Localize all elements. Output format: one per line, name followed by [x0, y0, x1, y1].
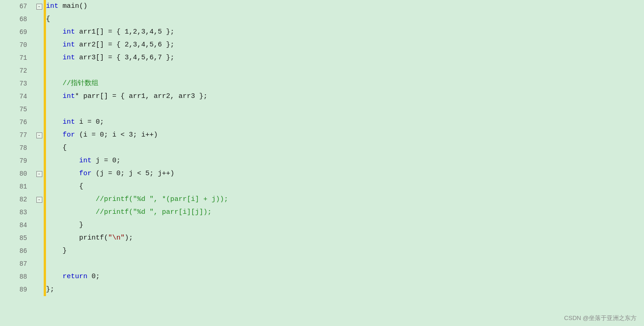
yellow-bar — [44, 26, 46, 39]
code-line: 77-for (i = 0; i < 3; i++) — [0, 129, 644, 142]
code-text: }; — [46, 283, 644, 296]
code-text: int arr3[] = { 3,4,5,6,7 }; — [63, 51, 644, 64]
code-line: 73//指针数组 — [0, 77, 644, 90]
line-number: 79 — [0, 154, 34, 167]
code-text: int arr2[] = { 2,3,4,5,6 }; — [63, 39, 644, 51]
line-number: 87 — [0, 257, 34, 270]
code-text: int i = 0; — [63, 116, 644, 129]
code-line: 85printf("\n"); — [0, 232, 644, 245]
watermark: CSDN @坐落于亚洲之东方 — [564, 314, 637, 322]
line-number: 80 — [0, 167, 34, 180]
code-line: 80-for (j = 0; j < 5; j++) — [0, 167, 644, 180]
code-line: 69int arr1[] = { 1,2,3,4,5 }; — [0, 26, 644, 39]
line-number: 71 — [0, 51, 34, 64]
yellow-bar — [44, 154, 46, 167]
yellow-bar — [44, 64, 46, 77]
code-text: int j = 0; — [79, 154, 644, 167]
code-line: 87 — [0, 257, 644, 270]
yellow-bar — [44, 39, 46, 51]
yellow-bar — [44, 167, 46, 180]
yellow-bar — [44, 77, 46, 90]
code-line: 82-//printf("%d ", *(parr[i] + j)); — [0, 193, 644, 206]
code-line: 75 — [0, 103, 644, 116]
yellow-bar — [44, 90, 46, 103]
code-text: { — [63, 142, 644, 154]
yellow-bar — [44, 206, 46, 219]
line-number: 77 — [0, 129, 34, 142]
code-text: int main() — [46, 0, 644, 13]
code-container: 67-int main()68{69int arr1[] = { 1,2,3,4… — [0, 0, 644, 326]
line-number: 76 — [0, 116, 34, 129]
code-line: 67-int main() — [0, 0, 644, 13]
yellow-bar — [44, 129, 46, 142]
yellow-bar — [44, 116, 46, 129]
line-number: 83 — [0, 206, 34, 219]
code-text: { — [46, 13, 644, 26]
line-number: 88 — [0, 270, 34, 283]
yellow-bar — [44, 219, 46, 232]
code-text: printf("\n"); — [79, 232, 644, 245]
yellow-bar — [44, 270, 46, 283]
code-line: 84} — [0, 219, 644, 232]
code-text: for (j = 0; j < 5; j++) — [79, 167, 644, 180]
code-text: int arr1[] = { 1,2,3,4,5 }; — [63, 26, 644, 39]
fold-button[interactable]: - — [34, 193, 44, 206]
code-line: 81{ — [0, 180, 644, 193]
line-number: 74 — [0, 90, 34, 103]
code-line: 79int j = 0; — [0, 154, 644, 167]
yellow-bar — [44, 245, 46, 257]
yellow-bar — [44, 232, 46, 245]
code-text: //printf("%d ", parr[i][j]); — [96, 206, 644, 219]
code-line: 89}; — [0, 283, 644, 296]
code-text: //指针数组 — [63, 77, 644, 90]
line-number: 78 — [0, 142, 34, 154]
line-number: 82 — [0, 193, 34, 206]
code-text: } — [79, 219, 644, 232]
code-line: 71int arr3[] = { 3,4,5,6,7 }; — [0, 51, 644, 64]
yellow-bar — [44, 51, 46, 64]
code-line: 88return 0; — [0, 270, 644, 283]
yellow-bar — [44, 180, 46, 193]
line-number: 86 — [0, 245, 34, 257]
code-line: 78{ — [0, 142, 644, 154]
line-number: 81 — [0, 180, 34, 193]
code-line: 86} — [0, 245, 644, 257]
code-line: 70int arr2[] = { 2,3,4,5,6 }; — [0, 39, 644, 51]
line-number: 85 — [0, 232, 34, 245]
fold-button[interactable]: - — [34, 0, 44, 13]
code-line: 83//printf("%d ", parr[i][j]); — [0, 206, 644, 219]
fold-button[interactable]: - — [34, 167, 44, 180]
fold-button[interactable]: - — [34, 129, 44, 142]
line-number: 73 — [0, 77, 34, 90]
code-text: for (i = 0; i < 3; i++) — [63, 129, 644, 142]
code-text: int* parr[] = { arr1, arr2, arr3 }; — [63, 90, 644, 103]
line-number: 70 — [0, 39, 34, 51]
line-number: 72 — [0, 64, 34, 77]
line-number: 69 — [0, 26, 34, 39]
line-number: 68 — [0, 13, 34, 26]
code-text: } — [63, 245, 644, 257]
code-text: { — [79, 180, 644, 193]
yellow-bar — [44, 257, 46, 270]
yellow-bar — [44, 103, 46, 116]
yellow-bar — [44, 193, 46, 206]
code-line: 74int* parr[] = { arr1, arr2, arr3 }; — [0, 90, 644, 103]
code-text: return 0; — [63, 270, 644, 283]
yellow-bar — [44, 142, 46, 154]
code-line: 68{ — [0, 13, 644, 26]
line-number: 75 — [0, 103, 34, 116]
code-text: //printf("%d ", *(parr[i] + j)); — [96, 193, 644, 206]
line-number: 84 — [0, 219, 34, 232]
line-number: 67 — [0, 0, 34, 13]
code-line: 76int i = 0; — [0, 116, 644, 129]
line-number: 89 — [0, 283, 34, 296]
code-line: 72 — [0, 64, 644, 77]
